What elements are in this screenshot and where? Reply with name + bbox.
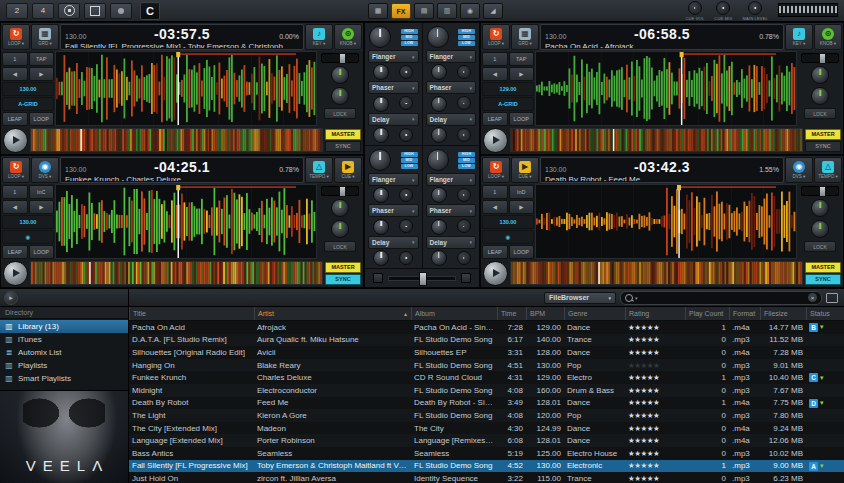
key-lock-button[interactable]: LOCK [324,241,356,252]
deck-small-button[interactable]: LEAP [482,112,508,126]
knob-button-deck-B[interactable]: ⊙KNOB ▾ [814,24,842,50]
tab-pads[interactable]: ▦ [368,3,388,19]
eq-high-button[interactable]: HIGH [458,152,475,157]
cue-mix-knob[interactable] [716,1,730,15]
rating-stars[interactable]: ★★★★★ [628,449,659,458]
deck-small-button[interactable]: A-GRID [482,97,534,111]
eq-high-button[interactable]: HIGH [401,29,418,34]
fx-amount-knob[interactable] [431,250,447,266]
crossfader-left-assign-button[interactable] [373,273,383,283]
deck-small-button[interactable]: ▶ [509,67,535,81]
deck-small-button[interactable]: 129.00 [482,82,534,96]
sidebar-item-itunes[interactable]: ▥iTunes [0,333,128,346]
deck-count-4-button[interactable]: 4 [32,3,54,19]
waveform-deck-A[interactable] [55,51,317,126]
sync-button[interactable]: SYNC [325,141,361,152]
cue-button-deck-C[interactable]: ▶CUE ▾ [334,157,362,183]
fx-select-phaser[interactable]: Phaser▾ [368,81,419,94]
fx-on-button[interactable] [399,65,413,79]
deck-small-button[interactable]: TAP [509,52,535,66]
grid-button-deck-B[interactable]: ▦GRD ▾ [511,24,539,50]
column-header-filesize[interactable]: Filesize [760,307,806,320]
deck-small-button[interactable]: ◀ [2,200,28,214]
tab-mixer[interactable]: ▥ [437,3,457,19]
fx-on-button[interactable] [457,188,471,202]
column-header-status[interactable]: Status [806,307,844,320]
knob-button-deck-A[interactable]: ⊙KNOB ▾ [334,24,362,50]
deck-small-button[interactable]: 1 [482,185,508,199]
deck-small-button[interactable]: TAP [29,52,55,66]
play-button-deck-C[interactable] [3,261,28,286]
deck-small-button[interactable]: ▶ [29,67,55,81]
eq-low-button[interactable]: LOW [458,41,475,46]
deck-small-button[interactable]: ◉ [482,230,534,244]
fullscreen-button[interactable] [84,3,106,19]
eq-low-button[interactable]: LOW [458,164,475,169]
waveform-deck-B[interactable] [535,51,797,126]
key-button-deck-A[interactable]: ♪KEY ▾ [305,24,333,50]
fx-select-flanger[interactable]: Flanger▾ [368,50,419,63]
track-row[interactable]: Language [Extended Mix]Porter RobinsonLa… [129,434,844,447]
pitch-fader[interactable] [321,186,359,196]
eq-mid-button[interactable]: MID [458,158,475,163]
filter-knob[interactable] [811,87,829,105]
column-header-format[interactable]: Format [729,307,760,320]
tab-sampler[interactable]: ▤ [414,3,434,19]
rating-stars[interactable]: ★★★★★ [628,361,659,370]
fx-amount-knob[interactable] [431,219,447,235]
fx-on-button[interactable] [457,65,471,79]
fx-amount-knob[interactable] [373,250,389,266]
fx-amount-knob[interactable] [431,96,447,112]
deck-small-button[interactable]: LOOP [509,245,535,259]
master-button[interactable]: MASTER [325,262,361,273]
fx-select-delay[interactable]: Delay▾ [426,113,477,126]
key-lock-button[interactable]: LOCK [324,108,356,119]
cue-vol-knob[interactable] [688,1,702,15]
play-button-deck-D[interactable] [483,261,508,286]
rating-stars[interactable]: ★★★★★ [628,436,659,445]
loop-button-deck-B[interactable]: ↻LOOP ▾ [482,24,510,50]
eq-gain-knob[interactable] [427,26,449,48]
eq-mid-button[interactable]: MID [458,35,475,40]
settings-button[interactable] [58,3,80,19]
deck-small-button[interactable]: ▶ [509,200,535,214]
fx-select-flanger[interactable]: Flanger▾ [368,173,419,186]
column-header-album[interactable]: Album [411,307,497,320]
rating-stars[interactable]: ★★★★★ [628,348,659,357]
key-knob[interactable] [811,66,829,84]
deck-small-button[interactable]: ◀ [2,67,28,81]
deck-small-button[interactable]: LEAP [2,245,28,259]
fx-select-delay[interactable]: Delay▾ [368,113,419,126]
waveform-deck-D[interactable] [535,184,797,259]
deck-small-button[interactable]: ◀ [482,200,508,214]
strip-waveform-deck-B[interactable] [510,128,803,152]
filter-knob[interactable] [331,220,349,238]
fx-select-delay[interactable]: Delay▾ [368,236,419,249]
clear-search-button[interactable]: × [808,293,817,302]
deck-small-button[interactable]: 1 [2,185,28,199]
track-row[interactable]: The City [Extended Mix]MadeonThe City4:3… [129,422,844,435]
track-row[interactable]: The LightKieron A GoreFL Studio Demo Son… [129,409,844,422]
track-row[interactable]: Just Hold Onzircon ft. Jillian AversaIde… [129,472,844,483]
source-dropdown[interactable]: FileBrowser ▾ [544,292,616,304]
fx-on-button[interactable] [457,96,471,110]
deck-small-button[interactable]: 130.00 [482,215,534,229]
fx-amount-knob[interactable] [373,127,389,143]
track-row[interactable]: Death By RobotFeed MeDeath By Robot - Si… [129,397,844,410]
deck-small-button[interactable]: ◉ [2,230,54,244]
fx-on-button[interactable] [399,128,413,142]
column-header-time[interactable]: Time [497,307,526,320]
browser-nav-button[interactable]: ▸ [4,291,18,305]
grid-button-deck-A[interactable]: ▦GRD ▾ [31,24,59,50]
fx-amount-knob[interactable] [431,127,447,143]
deck-small-button[interactable]: 1 [2,52,28,66]
dvs-button-deck-D[interactable]: ◉DVS ▾ [785,157,813,183]
pitch-fader-handle[interactable] [339,186,346,197]
deck-small-button[interactable]: InD [509,185,535,199]
eq-low-button[interactable]: LOW [401,164,418,169]
rating-stars[interactable]: ★★★★★ [628,424,659,433]
filter-knob[interactable] [331,87,349,105]
crossfader[interactable] [388,276,456,281]
sync-button[interactable]: SYNC [805,274,841,285]
pitch-fader-handle[interactable] [819,186,826,197]
